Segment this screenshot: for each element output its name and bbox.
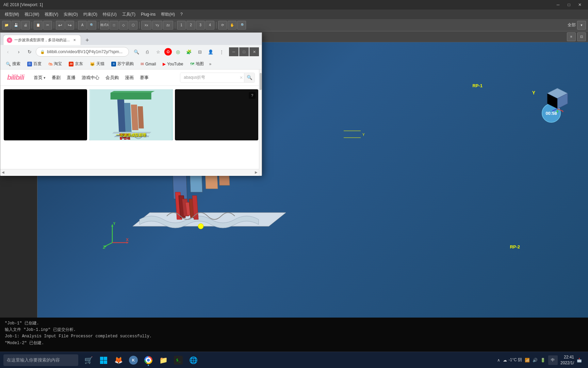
minimize-button[interactable]: ─ (553, 0, 563, 9)
toolbar-y-btn[interactable]: Yy (152, 21, 162, 30)
view-cube[interactable] (544, 87, 571, 114)
taskbar-app-kleopatra[interactable]: K (127, 353, 140, 367)
bili-nav-home[interactable]: 首页 ▾ (31, 73, 49, 82)
toolbar-pan[interactable]: ✋ (228, 21, 236, 30)
toolbar-n1[interactable]: 1 (177, 21, 186, 30)
new-tab-button[interactable]: + (82, 35, 92, 45)
browser-minimize[interactable]: ─ (229, 47, 239, 56)
search-submit-button[interactable]: 🔍 (244, 73, 255, 83)
bookmark-icon[interactable]: ☆ (153, 47, 163, 57)
bilibili-search-input[interactable] (180, 73, 238, 82)
toolbar-btn-undo[interactable]: ↩ (56, 21, 65, 30)
video-thumb-3[interactable]: ? (175, 89, 258, 140)
toolbar-btn-10[interactable]: ⬡ (129, 21, 137, 30)
browser-close[interactable]: ✕ (249, 47, 259, 56)
reload-button[interactable]: ↻ (25, 47, 34, 57)
toolbar-btn-9[interactable]: ◇ (119, 21, 128, 30)
bookmark-suning[interactable]: 苏 苏宁易购 (109, 60, 136, 68)
menu-feature[interactable]: 特征(U) (101, 11, 119, 18)
menu-help[interactable]: 帮助(H) (159, 11, 177, 18)
forward-button[interactable]: › (14, 47, 23, 57)
toolbar-btn-1[interactable]: 📁 (2, 21, 11, 30)
taskbar-app-files[interactable]: 📁 (157, 353, 170, 367)
bili-nav-live[interactable]: 直播 (64, 73, 78, 82)
maximize-button[interactable]: □ (564, 0, 574, 9)
menu-constraint[interactable]: 约束(O) (81, 11, 99, 18)
taskbar-app-windows[interactable] (97, 353, 110, 367)
tab-close-button[interactable]: ✕ (72, 37, 77, 43)
systray-input-method[interactable]: 中 (548, 355, 558, 365)
toolbar-btn-6[interactable]: A (78, 21, 87, 30)
video-thumb-1[interactable] (4, 89, 87, 140)
bookmark-search[interactable]: 🔍 搜索 (3, 60, 23, 68)
split-screen-icon[interactable]: ⊟ (195, 47, 205, 57)
browser-maximize[interactable]: □ (239, 47, 249, 56)
scrollbar-thumb[interactable] (260, 73, 262, 90)
bili-nav-membership[interactable]: 会员购 (103, 73, 121, 82)
extensions-icon[interactable]: 🧩 (184, 47, 194, 57)
toolbar-n3[interactable]: 3 (196, 21, 205, 30)
lens-icon[interactable]: 🔍 (132, 47, 141, 57)
bilibili-logo[interactable]: bilibili (7, 74, 24, 81)
bili-nav-esports[interactable]: 赛事 (137, 73, 151, 82)
opera-icon[interactable]: O (164, 48, 172, 56)
bili-nav-games[interactable]: 游戏中心 (79, 73, 102, 82)
address-bar[interactable]: 🔒 bilibili.com/video/BV1QP4y1m72y/?spm..… (36, 47, 129, 57)
toolbar-btn-4[interactable]: 📋 (34, 21, 43, 30)
chrome-icon[interactable]: ◎ (173, 47, 183, 57)
menu-view[interactable]: 视图(V) (43, 11, 60, 18)
toolbar-btn-3[interactable]: 🖨 (21, 21, 30, 30)
systray-volume[interactable]: 🔊 (533, 358, 538, 363)
bookmark-taobao[interactable]: 🛍 淘宝 (46, 60, 65, 68)
bookmark-map[interactable]: 🗺 地图 (187, 60, 207, 68)
taskbar-app-firefox[interactable]: 🦊 (112, 353, 125, 367)
toolbar-btn-7[interactable]: 🔍 (87, 21, 96, 30)
search-clear-icon[interactable]: ✕ (238, 74, 244, 81)
systray-expand[interactable]: ∧ (497, 358, 500, 363)
taskbar-app-terminal[interactable]: $_ (172, 353, 185, 367)
toolbar-btn-8[interactable]: □ (110, 21, 118, 30)
back-button[interactable]: ‹ (3, 47, 13, 57)
scroll-right-arrow[interactable]: ▶ (255, 170, 258, 174)
scroll-left-arrow[interactable]: ◀ (2, 170, 4, 174)
video-thumb-2[interactable]: 一步波浪成型原理 (89, 89, 173, 140)
taskbar-app-chrome[interactable] (142, 353, 155, 367)
systray-clock[interactable]: 22:41 2022/1/ (560, 354, 574, 366)
bookmark-baidu[interactable]: 百 百度 (24, 60, 44, 68)
toolbar-n4[interactable]: 4 (206, 21, 214, 30)
menu-plugins[interactable]: Plug-ins (139, 11, 158, 17)
toolbar-btn-2[interactable]: 💾 (12, 21, 20, 30)
systray-weather[interactable]: ☁ -1°C 阴 (503, 357, 522, 363)
toolbar-z-btn[interactable]: Zz (163, 21, 173, 30)
toolbar-n2[interactable]: 2 (186, 21, 195, 30)
bookmark-jd[interactable]: JD 京东 (66, 60, 86, 68)
bookmark-tianmao[interactable]: 🐱 天猫 (87, 60, 107, 68)
systray-battery[interactable]: 🔋 (540, 358, 545, 363)
toolbar-rotate[interactable]: ⟳ (218, 21, 227, 30)
share-icon[interactable]: ⎙ (143, 47, 152, 57)
bilibili-search-bar[interactable]: ✕ 🔍 (180, 73, 255, 83)
menu-viewport[interactable]: 视口(W) (22, 11, 41, 18)
taskbar-app-network[interactable]: 🌐 (186, 353, 200, 367)
menu-instance[interactable]: 实例(O) (62, 11, 80, 18)
systray-notifications[interactable]: 📩 (577, 358, 582, 363)
taskbar-app-shopping[interactable]: 🛒 (82, 353, 95, 367)
toolbar-dropdown[interactable]: ▼ (577, 21, 586, 30)
bili-nav-drama[interactable]: 番剧 (49, 73, 63, 82)
toolbar-zoom[interactable]: 🔎 (237, 21, 246, 30)
more-menu-icon[interactable]: ⋮ (217, 47, 226, 57)
toolbar2-extra1[interactable]: ≡ (567, 32, 576, 41)
toolbar-btn-redo[interactable]: ↪ (65, 21, 74, 30)
bookmarks-more-button[interactable]: » (208, 62, 213, 66)
systray-network[interactable]: 📶 (525, 358, 530, 363)
profile-icon[interactable]: 👤 (206, 47, 215, 57)
browser-scrollbar[interactable] (259, 70, 262, 176)
toolbar2-extra2[interactable]: ⊡ (577, 32, 586, 41)
bookmark-gmail[interactable]: ✉ Gmail (138, 60, 159, 68)
bili-nav-comics[interactable]: 漫画 (122, 73, 136, 82)
menu-model[interactable]: 模型(M) (3, 11, 21, 18)
menu-tools[interactable]: 工具(T) (120, 11, 137, 18)
taskbar-search-box[interactable]: 在这里输入你要搜索的内容 (3, 354, 78, 366)
toolbar-x-btn[interactable]: Xx (141, 21, 151, 30)
toolbar-btn-5[interactable]: ✂ (43, 21, 52, 30)
